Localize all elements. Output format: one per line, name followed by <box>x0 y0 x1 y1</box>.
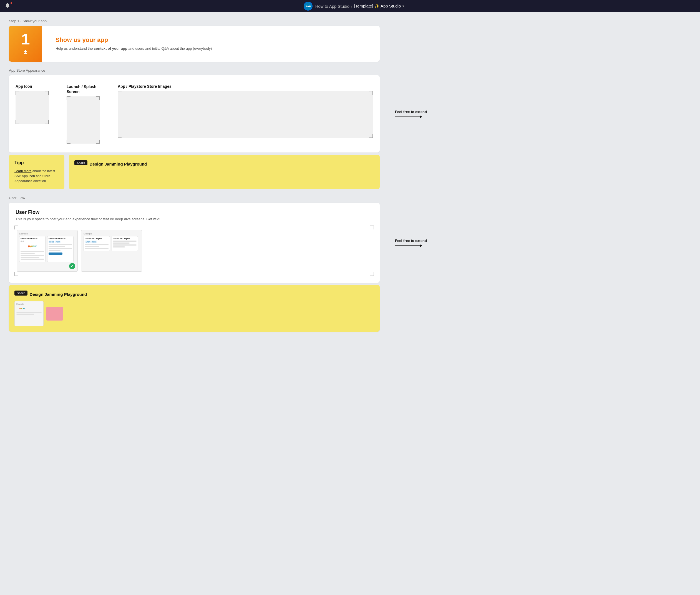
userflow-jamming-card: Share Design Jamming Playground Example … <box>9 285 380 332</box>
store-images-column: App / Playstore Store Images <box>118 84 373 145</box>
mini-header-2: Dashboard Report <box>49 237 72 239</box>
pink-rectangle <box>47 307 63 320</box>
splash-placeholder <box>67 96 100 144</box>
feel-free-extend-2: Feel free to extend <box>395 238 427 247</box>
step-desc-plain: Help us understand the <box>56 47 94 51</box>
store-images-placeholder <box>118 91 373 138</box>
userflow-examples: Example Dashboard Report <box>16 228 373 274</box>
design-jamming-title-1: Design Jamming Playground <box>90 162 147 166</box>
step-number-box: 1 <box>9 26 42 62</box>
chevron-down-icon[interactable]: ▾ <box>402 4 404 8</box>
tipp-row: Tipp Learn more about the latest SAP App… <box>9 155 380 189</box>
userflow-card: User Flow This is your space to post you… <box>9 203 380 283</box>
userflow-label: User Flow <box>9 196 380 200</box>
store-images-header: App / Playstore Store Images <box>118 84 373 89</box>
breadcrumb-separator: / <box>351 4 352 9</box>
design-jamming-title-2: Design Jamming Playground <box>30 292 87 297</box>
appearance-card: App Icon Launch / Splash Screen <box>9 75 380 152</box>
feel-free-extend-1: Feel free to extend <box>395 110 427 118</box>
step1-card: 1 Show us your app Help us understand th… <box>9 26 380 62</box>
app-icon-column: App Icon <box>16 84 60 145</box>
step-number: 1 <box>21 31 30 47</box>
share-badge-2: Share <box>14 290 28 295</box>
playground-preview: Example WILD <box>14 301 374 326</box>
userflow-title: User Flow <box>16 209 373 215</box>
playground-mini-card: Example WILD <box>14 301 43 326</box>
tipp-body: Learn more about the latest SAP App Icon… <box>14 169 59 183</box>
sap-logo: SAP <box>304 2 312 10</box>
notification-button[interactable] <box>4 2 12 10</box>
step-description: Help us understand the context of your a… <box>56 46 212 51</box>
check-icon: ✓ <box>69 263 75 269</box>
app-icon-header: App Icon <box>16 84 60 89</box>
appearance-label: App Store Appearance <box>9 68 380 73</box>
download-icon <box>23 49 28 56</box>
breadcrumb: How to App Studio / [Template] ✨ App Stu… <box>315 4 404 9</box>
notification-badge <box>10 2 13 4</box>
breadcrumb-parent[interactable]: How to App Studio <box>315 4 349 9</box>
svg-text:SAP: SAP <box>305 5 311 8</box>
appearance-grid: App Icon Launch / Splash Screen <box>16 84 373 145</box>
step1-label: Step 1 - Show your app <box>9 19 380 23</box>
breadcrumb-current: [Template] ✨ App Studio <box>354 4 401 9</box>
step-desc-bold: context of your app <box>94 47 127 51</box>
step-desc-rest: and users and initial Q&A about the app … <box>127 47 212 51</box>
mini-header-1: Dashboard Report <box>21 237 44 239</box>
example-label-1: Example <box>19 232 75 235</box>
app-icon-placeholder <box>16 91 49 124</box>
example-label-2: Example <box>84 232 140 235</box>
example-screen-1: Example Dashboard Report <box>17 230 78 272</box>
userflow-description: This is your space to post your app expe… <box>16 217 373 221</box>
step-title: Show us your app <box>56 36 212 44</box>
example-screen-2: Example Dashboard Report Draft New <box>81 230 142 272</box>
nav-center: SAP How to App Studio / [Template] ✨ App… <box>12 2 696 10</box>
splash-screen-column: Launch / Splash Screen <box>67 84 111 145</box>
tipp-card: Tipp Learn more about the latest SAP App… <box>9 155 64 189</box>
main-content: Step 1 - Show your app 1 Show us your ap… <box>0 12 389 338</box>
design-jamming-card-1: Share Design Jamming Playground <box>69 155 380 189</box>
splash-header: Launch / Splash Screen <box>67 84 111 94</box>
top-navigation: SAP How to App Studio / [Template] ✨ App… <box>0 0 700 12</box>
tipp-title: Tipp <box>14 160 59 165</box>
learn-more-link[interactable]: Learn more <box>14 169 31 173</box>
nav-left <box>4 2 12 10</box>
share-badge-1: Share <box>74 160 87 165</box>
step-content: Show us your app Help us understand the … <box>49 30 219 58</box>
